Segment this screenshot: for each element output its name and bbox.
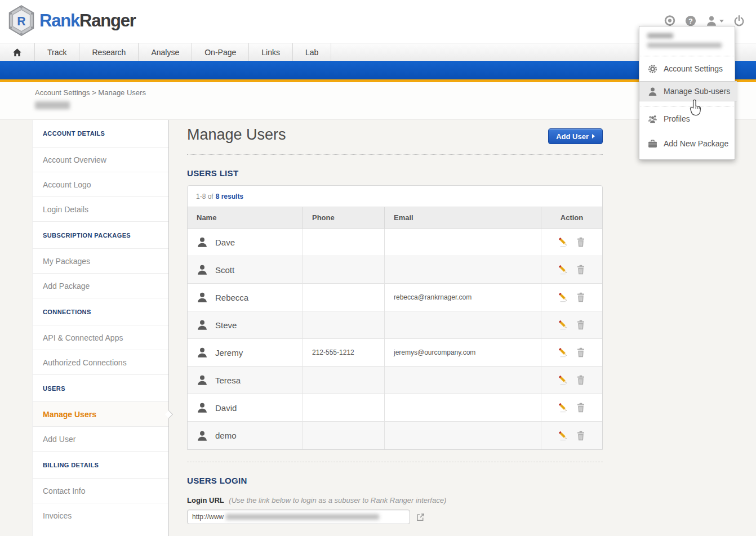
menu-item-profiles[interactable]: Profiles [639, 106, 735, 131]
user-icon [648, 87, 657, 96]
column-header-email[interactable]: Email [385, 207, 541, 228]
mouse-cursor-hand-icon [689, 99, 703, 117]
users-icon [648, 114, 657, 124]
settings-sidebar: ACCOUNT DETAILSAccount OverviewAccount L… [32, 120, 169, 536]
delete-user-button[interactable] [576, 431, 586, 441]
delete-user-button[interactable] [576, 265, 586, 275]
users-login-section-title: USERS LOGIN [187, 476, 603, 485]
sidebar-section-subscription-packages: SUBSCRIPTION PACKAGES [33, 221, 168, 248]
active-item-chevron [165, 410, 173, 418]
user-name-cell: Teresa [188, 367, 303, 394]
user-email-cell [385, 367, 541, 394]
nav-tab-on-page[interactable]: On-Page [192, 43, 249, 61]
edit-user-button[interactable] [558, 320, 568, 330]
button-arrow-icon [592, 134, 595, 139]
dropdown-items: Account SettingsManage Sub-usersProfiles… [639, 56, 735, 156]
sidebar-item-login-details[interactable]: Login Details [33, 196, 168, 221]
sidebar-item-account-overview[interactable]: Account Overview [33, 147, 168, 172]
menu-item-account-settings[interactable]: Account Settings [639, 56, 735, 81]
user-avatar-icon [197, 319, 208, 330]
user-email-cell [385, 311, 541, 338]
user-action-cell [541, 229, 602, 256]
user-phone-cell [303, 422, 385, 449]
rank-ranger-logo[interactable]: R RankRanger [7, 5, 136, 37]
add-user-button-label: Add User [556, 132, 589, 141]
user-avatar-icon [197, 430, 208, 441]
sidebar-section-account-details: ACCOUNT DETAILS [33, 120, 168, 147]
logo-wordmark: RankRanger [39, 11, 136, 31]
user-name-cell: Scott [188, 256, 303, 283]
sidebar-item-contact-info[interactable]: Contact Info [33, 478, 168, 503]
column-header-action[interactable]: Action [541, 207, 602, 228]
menu-item-add-new-package[interactable]: Add New Package [639, 131, 735, 156]
column-header-name[interactable]: Name [188, 207, 303, 228]
user-menu-button[interactable] [706, 15, 724, 26]
menu-item-manage-sub-users[interactable]: Manage Sub-users [639, 81, 737, 101]
nav-tab-lab[interactable]: Lab [293, 43, 331, 61]
sidebar-item-authorized-connections[interactable]: Authorized Connections [33, 350, 168, 374]
delete-user-button[interactable] [576, 320, 586, 330]
sidebar-item-add-user[interactable]: Add User [33, 426, 168, 451]
user-name-cell: Jeremy [188, 339, 303, 366]
breadcrumb[interactable]: Account Settings > Manage Users [35, 88, 146, 97]
table-header-row: NamePhoneEmailAction [188, 207, 602, 229]
nav-tab-links[interactable]: Links [249, 43, 293, 61]
rank-ranger-app: R RankRanger ? TrackResearchAnalyseOn-Pa… [0, 0, 756, 536]
page-title: Manage Users [187, 126, 603, 144]
help-icon[interactable]: ? [685, 15, 696, 26]
gear-icon [648, 64, 657, 74]
login-url-label-row: Login URL (Use the link below to login a… [187, 496, 603, 504]
column-header-phone[interactable]: Phone [303, 207, 385, 228]
user-email-cell [385, 394, 541, 421]
nav-tab-home[interactable] [0, 43, 35, 61]
delete-user-button[interactable] [576, 292, 586, 302]
delete-user-button[interactable] [576, 375, 586, 385]
table-body: DaveScottRebeccarebecca@rankrnager.comSt… [188, 229, 602, 449]
delete-user-button[interactable] [576, 347, 586, 358]
logout-icon[interactable] [733, 15, 745, 26]
user-action-cell [541, 394, 602, 421]
table-row: Rebeccarebecca@rankrnager.com [188, 284, 602, 311]
user-action-cell [541, 367, 602, 394]
nav-tab-research[interactable]: Research [79, 43, 139, 61]
edit-user-button[interactable] [558, 375, 568, 385]
nav-tab-track[interactable]: Track [35, 43, 79, 61]
login-url-note: (Use the link below to login as a subuse… [229, 496, 446, 504]
header-icon-bar: ? [664, 15, 745, 26]
table-row: Steve [188, 311, 602, 339]
results-count[interactable]: 8 results [216, 193, 243, 200]
sidebar-item-invoices[interactable]: Invoices [33, 503, 168, 528]
support-icon[interactable] [664, 15, 675, 26]
user-email-cell [385, 256, 541, 283]
edit-user-button[interactable] [558, 265, 568, 275]
user-avatar-icon [197, 292, 208, 303]
edit-user-button[interactable] [558, 292, 568, 302]
user-name-cell: demo [188, 422, 303, 449]
sidebar-item-add-package[interactable]: Add Package [33, 273, 168, 298]
user-action-cell [541, 422, 602, 449]
sidebar-item-api-connected-apps[interactable]: API & Connected Apps [33, 325, 168, 350]
user-phone-cell [303, 284, 385, 311]
sidebar-item-account-logo[interactable]: Account Logo [33, 172, 168, 196]
delete-user-button[interactable] [576, 403, 586, 413]
delete-user-button[interactable] [576, 237, 586, 247]
sidebar-item-manage-users[interactable]: Manage Users [33, 401, 168, 426]
user-phone-cell: 212-555-1212 [303, 339, 385, 366]
nav-tab-analyse[interactable]: Analyse [139, 43, 192, 61]
login-url-label: Login URL [187, 496, 224, 504]
user-account-dropdown: Account SettingsManage Sub-usersProfiles… [639, 26, 735, 160]
home-icon [12, 48, 22, 57]
open-link-icon[interactable] [416, 513, 425, 521]
edit-user-button[interactable] [558, 431, 568, 441]
edit-user-button[interactable] [558, 403, 568, 413]
user-name-cell: Steve [188, 311, 303, 338]
add-user-button[interactable]: Add User [548, 128, 603, 144]
edit-user-button[interactable] [558, 347, 568, 358]
table-row: Jeremy212-555-1212jeremys@ourcompany.com [188, 339, 602, 367]
login-url-input[interactable]: http://www [187, 510, 410, 524]
user-email-cell [385, 229, 541, 256]
edit-user-button[interactable] [558, 237, 568, 247]
user-name-cell: Rebecca [188, 284, 303, 311]
page-title-row: Manage Users Add User [187, 119, 603, 144]
sidebar-item-my-packages[interactable]: My Packages [33, 248, 168, 273]
